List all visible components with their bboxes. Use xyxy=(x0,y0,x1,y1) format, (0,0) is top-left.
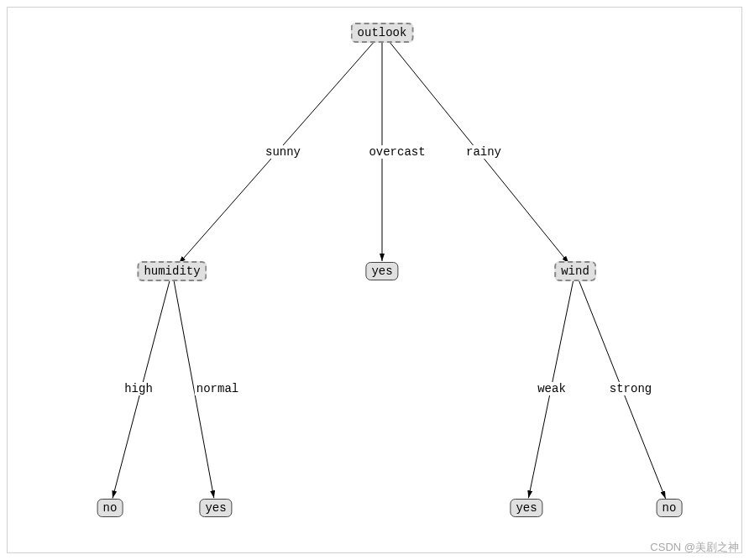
node-yes_c: yes xyxy=(365,262,398,280)
node-wind: wind xyxy=(554,261,596,281)
node-yes_r: yes xyxy=(510,499,542,517)
node-humidity: humidity xyxy=(137,261,207,281)
node-outlook: outlook xyxy=(351,23,414,43)
edge-label-outlook-yes_c: overcast xyxy=(367,145,427,159)
edge-label-wind-no_r: strong xyxy=(608,382,653,395)
watermark: CSDN @美剧之神 xyxy=(650,540,739,555)
edge-label-humidity-yes_l: normal xyxy=(195,382,240,395)
node-no_l: no xyxy=(97,499,123,517)
edge-label-outlook-wind: rainy xyxy=(464,145,503,159)
edge-label-outlook-humidity: sunny xyxy=(264,145,302,159)
edge-label-wind-yes_r: weak xyxy=(536,382,568,395)
diagram-frame: outlookhumiditywindyesnoyesyesno sunnyov… xyxy=(7,7,742,553)
node-no_r: no xyxy=(657,499,683,517)
edge-label-humidity-no_l: high xyxy=(123,382,155,395)
node-yes_l: yes xyxy=(199,499,232,517)
